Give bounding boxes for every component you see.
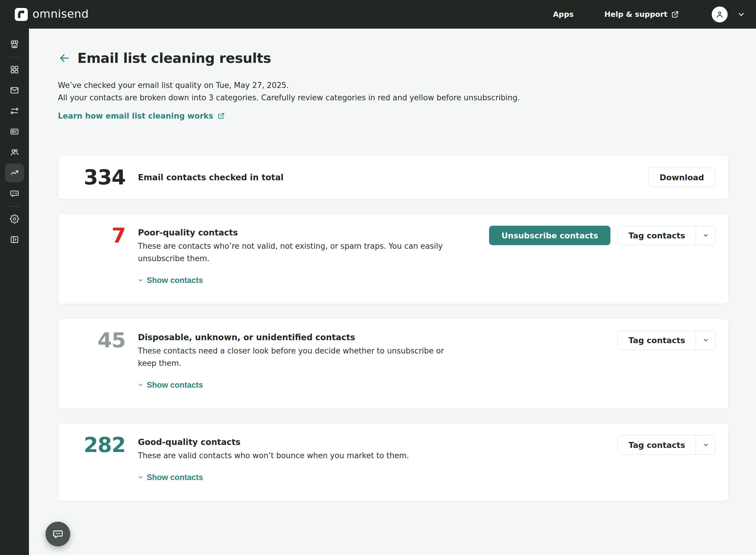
sidebar-item-forms[interactable]: [5, 122, 24, 141]
top-navigation: Apps Help & support: [553, 6, 745, 23]
sidebar-divider: [8, 206, 21, 207]
total-contacts-label: Email contacts checked in total: [138, 173, 283, 182]
account-menu-chevron-icon[interactable]: [737, 10, 745, 18]
sidebar-item-dashboard[interactable]: [5, 60, 24, 79]
intro-line-1: We’ve checked your email list quality on…: [58, 79, 728, 91]
user-icon: [715, 10, 724, 19]
external-link-icon: [217, 112, 225, 120]
poor-quality-count: 7: [76, 225, 125, 246]
chat-widget-button[interactable]: [45, 522, 70, 547]
intro-text: We’ve checked your email list quality on…: [58, 79, 728, 104]
sidebar-item-store[interactable]: [5, 35, 24, 54]
apps-link[interactable]: Apps: [553, 10, 573, 18]
good-quality-description: These are valid contacts who won’t bounc…: [138, 450, 618, 462]
external-link-icon: [671, 10, 679, 18]
chevron-down-icon: [703, 337, 709, 343]
sidebar-item-reviews[interactable]: [5, 184, 24, 203]
show-contacts-toggle[interactable]: Show contacts: [138, 380, 203, 390]
learn-how-link[interactable]: Learn how email list cleaning works: [58, 112, 225, 120]
tag-contacts-button[interactable]: Tag contacts: [618, 331, 696, 350]
main-content: Email list cleaning results We’ve checke…: [29, 29, 756, 555]
brand-name: omnisend: [33, 8, 89, 20]
tag-contacts-split-button: Tag contacts: [618, 435, 716, 455]
tag-contacts-button[interactable]: Tag contacts: [618, 435, 696, 455]
sidebar-item-email-campaigns[interactable]: [5, 81, 24, 100]
back-button[interactable]: [58, 52, 71, 65]
reports-trending-icon: [10, 168, 19, 178]
unknown-quality-card: 45 Disposable, unknown, or unidentified …: [58, 318, 728, 409]
help-support-link[interactable]: Help & support: [604, 10, 679, 18]
chevron-down-icon: [703, 442, 709, 448]
dashboard-icon: [10, 65, 19, 74]
audience-icon: [10, 147, 19, 157]
good-quality-title: Good-quality contacts: [138, 437, 618, 447]
unknown-quality-description: These contacts need a closer look before…: [138, 345, 618, 370]
sidebar-item-automations[interactable]: [5, 101, 24, 120]
tag-contacts-dropdown-button[interactable]: [696, 435, 715, 455]
total-contacts-count: 334: [76, 167, 125, 188]
sidebar-item-settings[interactable]: [5, 210, 24, 228]
summary-card: 334 Email contacts checked in total Down…: [58, 155, 728, 200]
forms-icon: [10, 127, 19, 136]
poor-quality-title: Poor-quality contacts: [138, 227, 489, 238]
show-contacts-toggle[interactable]: Show contacts: [138, 472, 203, 482]
omnisend-logo[interactable]: omnisend: [15, 8, 89, 21]
help-support-label: Help & support: [604, 10, 667, 18]
chevron-down-icon: [138, 278, 143, 283]
sidebar-expand-toggle[interactable]: [5, 230, 24, 249]
settings-gear-icon: [10, 214, 19, 224]
tag-contacts-split-button: Tag contacts: [618, 226, 716, 245]
good-quality-card: 282 Good-quality contacts These are vali…: [58, 423, 728, 501]
back-arrow-icon: [58, 52, 70, 64]
chevron-down-icon: [138, 475, 143, 480]
unknown-quality-count: 45: [76, 330, 125, 350]
download-button[interactable]: Download: [648, 168, 716, 187]
sidebar-item-reports[interactable]: [5, 164, 24, 182]
sidebar: [0, 29, 29, 555]
topbar: omnisend Apps Help & support: [0, 0, 756, 29]
poor-quality-card: 7 Poor-quality contacts These are contac…: [58, 214, 728, 304]
account-avatar[interactable]: [712, 6, 728, 23]
reviews-icon: [10, 189, 19, 198]
tag-contacts-dropdown-button[interactable]: [696, 331, 715, 350]
show-contacts-label: Show contacts: [147, 380, 203, 390]
tag-contacts-split-button: Tag contacts: [618, 331, 716, 350]
learn-how-label: Learn how email list cleaning works: [58, 112, 213, 120]
page-title: Email list cleaning results: [77, 50, 271, 66]
show-contacts-toggle[interactable]: Show contacts: [138, 275, 203, 285]
tag-contacts-button[interactable]: Tag contacts: [618, 226, 696, 245]
show-contacts-label: Show contacts: [147, 275, 203, 285]
chevron-down-icon: [138, 382, 143, 388]
poor-quality-description: These are contacts who’re not valid, not…: [138, 240, 489, 265]
apps-label: Apps: [553, 10, 573, 18]
email-icon: [10, 86, 19, 95]
automation-icon: [10, 106, 19, 116]
omnisend-logo-icon: [15, 8, 28, 21]
chat-bubble-icon: [52, 528, 64, 540]
unsubscribe-contacts-button[interactable]: Unsubscribe contacts: [489, 226, 610, 245]
good-quality-count: 282: [76, 435, 125, 455]
store-icon: [10, 40, 19, 49]
expand-panel-icon: [10, 235, 19, 244]
chevron-down-icon: [703, 232, 709, 239]
intro-line-2: All your contacts are broken down into 3…: [58, 91, 728, 104]
tag-contacts-dropdown-button[interactable]: [696, 226, 715, 245]
unknown-quality-title: Disposable, unknown, or unidentified con…: [138, 332, 618, 343]
sidebar-item-audience[interactable]: [5, 143, 24, 162]
show-contacts-label: Show contacts: [147, 472, 203, 482]
